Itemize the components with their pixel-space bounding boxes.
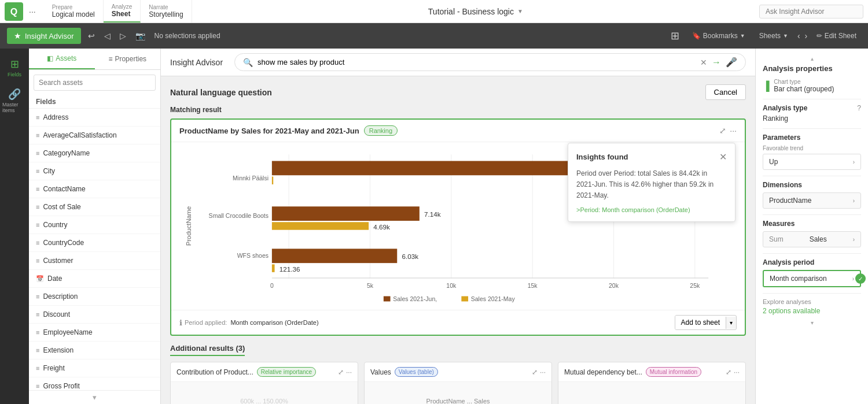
prev-sheet-btn[interactable]: ‹ [797,31,800,40]
search-assets-wrapper [29,70,160,95]
chart-expand-btn[interactable]: ⤢ [719,126,726,135]
svg-text:20k: 20k [609,283,619,289]
mini-card-expand-btn[interactable]: ⤢ [338,368,344,376]
insight-advisor-button[interactable]: ★ Insight Advisor [7,28,81,44]
tab-assets[interactable]: ◧ Assets [29,49,95,69]
list-item[interactable]: ≡ Country [29,216,160,234]
next-sheet-btn[interactable]: › [805,31,808,40]
month-comparison-select[interactable]: Month comparison › ✓ [763,270,861,287]
list-item[interactable]: ≡ Extension [29,342,160,359]
list-item[interactable]: ≡ EmployeeName [29,324,160,342]
field-icon: ≡ [36,311,39,318]
field-label: Cost of Sale [43,203,80,211]
list-item[interactable]: ≡ Customer [29,252,160,270]
measure-sum: Sum [769,235,784,243]
list-item[interactable]: ≡ Cost of Sale [29,198,160,216]
month-comparison-caret-icon: › [852,276,854,282]
add-to-sheet-caret-btn[interactable]: ▾ [726,317,736,329]
mini-card-actions: ⤢ ··· [338,368,352,376]
nav-more-button[interactable]: ··· [25,5,39,18]
bookmarks-button[interactable]: 🔖 Bookmarks ▼ [687,29,750,42]
svg-text:7.14k: 7.14k [424,211,441,218]
toolbar-back-btn[interactable]: ◁ [102,29,113,43]
field-icon: ≡ [36,365,39,372]
mini-card-header: Mutual dependency bet... Mutual informat… [558,362,745,382]
list-item[interactable]: ≡ CountryCode [29,234,160,252]
mini-card-expand-btn-2[interactable]: ⤢ [532,368,538,376]
measure-select[interactable]: Sum Sales › [763,231,861,247]
search-assets-input[interactable] [34,75,156,91]
insights-found-panel: Insights found ✕ Period over Period: tot… [568,143,735,222]
explore-analyses-link[interactable]: 2 options available [763,307,820,315]
right-panel: ▴ Analysis properties ▐ Chart type Bar c… [755,49,868,404]
tab-properties[interactable]: ≡ Properties [95,49,161,69]
main-content: Insight Advisor 🔍 ✕ → 🎤 Natural language… [161,49,755,404]
mini-card-title: Contribution of Product... [176,368,253,376]
explore-analyses-section: Explore analyses 2 options available [763,298,861,315]
app-title[interactable]: Tutorial - Business logic ▼ [428,7,523,16]
add-to-sheet-btn[interactable]: Add to sheet [675,316,726,329]
additional-results-title: Additional results (3) [170,344,245,356]
analysis-type-info-icon[interactable]: ? [857,104,861,112]
mini-card-more-btn-2[interactable]: ··· [540,368,546,376]
fields-list: ≡ Address ≡ AverageCallSatisfaction ≡ Ca… [29,109,160,390]
sheets-button[interactable]: Sheets ▼ [755,29,793,42]
field-label: EmployeeName [43,328,92,336]
toolbar-selection-clear[interactable]: ↩ [86,29,97,43]
analysis-period-section: Analysis period Month comparison › ✓ [763,258,861,287]
toolbar: ★ Insight Advisor ↩ ◁ ▷ 📷 No selections … [0,23,868,49]
date-field-icon: 📅 [36,275,44,283]
list-item[interactable]: ≡ ContactName [29,180,160,198]
list-item[interactable]: ≡ Address [29,109,160,127]
clear-search-icon[interactable]: ✕ [700,58,707,67]
fields-label: Fields [8,72,21,77]
toolbar-snapshot-btn[interactable]: 📷 [133,29,148,43]
chart-type-label: Chart type [774,79,834,85]
toolbar-forward-btn[interactable]: ▷ [117,29,128,43]
divider-6 [763,293,861,294]
list-item[interactable]: 📅 Date [29,270,160,288]
favorable-trend-caret-icon: › [853,159,855,165]
ia-search-input[interactable] [258,58,696,66]
nav-narrate[interactable]: Narrate Storytelling [141,0,192,23]
qlik-logo: Q [5,2,23,21]
list-item[interactable]: ≡ Freight [29,359,160,377]
list-item[interactable]: ≡ Discount [29,306,160,324]
chart-more-btn[interactable]: ··· [730,126,737,135]
nav-analyze[interactable]: Analyze Sheet [104,0,141,23]
svg-text:ProductName: ProductName [185,206,192,246]
mic-icon[interactable]: 🎤 [726,57,737,68]
mini-card-expand-btn-3[interactable]: ⤢ [726,368,731,376]
nav-prepare[interactable]: Prepare Logical model [44,0,104,23]
sidebar-item-fields[interactable]: ⊞ Fields [0,53,29,82]
mini-card-more-btn[interactable]: ··· [346,368,352,376]
insights-close-btn[interactable]: ✕ [719,151,727,162]
bookmarks-dropdown-icon: ▼ [740,33,745,39]
measure-sales: Sales [810,235,827,243]
field-label: CountryCode [43,239,84,247]
toolbar-grid-view-btn[interactable]: ⊞ [667,27,683,45]
list-item[interactable]: ≡ AverageCallSatisfaction [29,127,160,144]
divider-2 [763,128,861,129]
bookmark-icon: 🔖 [692,32,701,40]
bookmarks-label: Bookmarks [703,32,738,40]
list-item[interactable]: ≡ Description [29,288,160,306]
mini-card-more-btn-3[interactable]: ··· [734,368,740,376]
field-label: Customer [43,257,73,265]
cancel-button[interactable]: Cancel [705,84,746,100]
field-label: Description [43,292,78,301]
ask-insight-input[interactable] [759,5,863,18]
insights-period-link[interactable]: >Period: Month comparison (OrderDate) [576,206,727,213]
list-item[interactable]: ≡ CategoryName [29,144,160,162]
dimension-select[interactable]: ProductName › [763,192,861,209]
list-item[interactable]: ≡ City [29,162,160,180]
svg-text:6.03k: 6.03k [402,254,418,261]
sidebar-item-master-items[interactable]: 🔗 Master items [0,83,29,118]
list-item[interactable]: ≡ Gross Profit [29,377,160,390]
field-icon: ≡ [36,383,39,390]
additional-results-section: Additional results (3) Contribution of P… [170,344,746,404]
submit-search-icon[interactable]: → [712,57,721,68]
app-title-dropdown-icon: ▼ [517,8,523,14]
favorable-trend-select[interactable]: Up › [763,154,861,170]
edit-sheet-btn[interactable]: ✏ Edit Sheet [812,29,861,42]
